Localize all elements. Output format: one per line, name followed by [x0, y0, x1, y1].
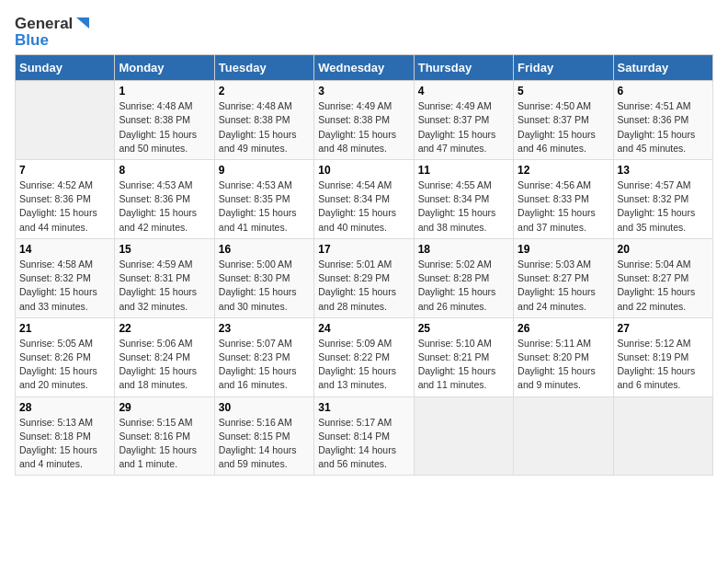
day-info: Sunrise: 4:50 AM Sunset: 8:37 PM Dayligh…	[518, 99, 609, 155]
day-number: 16	[219, 243, 310, 256]
logo-blue: Blue	[15, 31, 49, 50]
calendar-cell: 4Sunrise: 4:49 AM Sunset: 8:37 PM Daylig…	[414, 81, 513, 160]
day-number: 22	[119, 322, 210, 335]
day-info: Sunrise: 4:52 AM Sunset: 8:36 PM Dayligh…	[19, 178, 110, 235]
header-tuesday: Tuesday	[214, 55, 313, 81]
day-info: Sunrise: 4:56 AM Sunset: 8:33 PM Dayligh…	[518, 178, 609, 235]
calendar-cell: 26Sunrise: 5:11 AM Sunset: 8:20 PM Dayli…	[514, 317, 613, 396]
header-saturday: Saturday	[613, 55, 712, 81]
day-info: Sunrise: 4:55 AM Sunset: 8:34 PM Dayligh…	[418, 178, 509, 235]
calendar-cell: 25Sunrise: 5:10 AM Sunset: 8:21 PM Dayli…	[414, 317, 513, 396]
day-info: Sunrise: 4:53 AM Sunset: 8:36 PM Dayligh…	[119, 178, 210, 235]
calendar-cell: 20Sunrise: 5:04 AM Sunset: 8:27 PM Dayli…	[613, 238, 712, 317]
calendar-table: SundayMondayTuesdayWednesdayThursdayFrid…	[15, 54, 713, 476]
day-number: 8	[119, 164, 210, 177]
header-monday: Monday	[115, 55, 214, 81]
calendar-cell	[514, 396, 613, 476]
day-number: 15	[119, 243, 210, 256]
calendar-cell: 21Sunrise: 5:05 AM Sunset: 8:26 PM Dayli…	[16, 317, 115, 396]
day-number: 14	[19, 243, 110, 256]
day-number: 29	[119, 401, 210, 414]
day-info: Sunrise: 4:54 AM Sunset: 8:34 PM Dayligh…	[318, 178, 409, 235]
calendar-cell: 17Sunrise: 5:01 AM Sunset: 8:29 PM Dayli…	[314, 238, 414, 317]
day-number: 24	[318, 322, 409, 335]
calendar-cell: 30Sunrise: 5:16 AM Sunset: 8:15 PM Dayli…	[214, 396, 313, 476]
day-number: 26	[518, 322, 609, 335]
calendar-cell: 14Sunrise: 4:58 AM Sunset: 8:32 PM Dayli…	[16, 238, 115, 317]
page-header: General Blue	[15, 15, 713, 49]
calendar-week-row: 21Sunrise: 5:05 AM Sunset: 8:26 PM Dayli…	[16, 317, 713, 396]
day-info: Sunrise: 5:16 AM Sunset: 8:15 PM Dayligh…	[219, 416, 310, 472]
logo-arrow-icon	[73, 16, 89, 32]
day-info: Sunrise: 5:11 AM Sunset: 8:20 PM Dayligh…	[518, 337, 609, 393]
header-sunday: Sunday	[16, 55, 115, 81]
calendar-cell: 8Sunrise: 4:53 AM Sunset: 8:36 PM Daylig…	[115, 159, 214, 238]
day-info: Sunrise: 5:02 AM Sunset: 8:28 PM Dayligh…	[418, 258, 509, 314]
day-number: 11	[418, 164, 509, 177]
day-info: Sunrise: 4:59 AM Sunset: 8:31 PM Dayligh…	[119, 258, 210, 314]
day-info: Sunrise: 5:01 AM Sunset: 8:29 PM Dayligh…	[318, 258, 409, 314]
day-info: Sunrise: 5:05 AM Sunset: 8:26 PM Dayligh…	[19, 337, 110, 393]
day-number: 27	[618, 322, 709, 335]
day-number: 31	[318, 401, 409, 414]
header-wednesday: Wednesday	[314, 55, 414, 81]
day-info: Sunrise: 5:10 AM Sunset: 8:21 PM Dayligh…	[418, 337, 509, 393]
day-number: 30	[219, 401, 310, 414]
calendar-week-row: 7Sunrise: 4:52 AM Sunset: 8:36 PM Daylig…	[16, 159, 713, 238]
day-info: Sunrise: 4:48 AM Sunset: 8:38 PM Dayligh…	[219, 99, 310, 155]
calendar-cell: 2Sunrise: 4:48 AM Sunset: 8:38 PM Daylig…	[214, 81, 313, 160]
calendar-cell: 6Sunrise: 4:51 AM Sunset: 8:36 PM Daylig…	[613, 81, 712, 160]
day-number: 19	[518, 243, 609, 256]
day-info: Sunrise: 5:15 AM Sunset: 8:16 PM Dayligh…	[119, 416, 210, 472]
calendar-cell: 10Sunrise: 4:54 AM Sunset: 8:34 PM Dayli…	[314, 159, 414, 238]
calendar-cell: 18Sunrise: 5:02 AM Sunset: 8:28 PM Dayli…	[414, 238, 513, 317]
day-info: Sunrise: 4:51 AM Sunset: 8:36 PM Dayligh…	[618, 99, 709, 155]
day-number: 20	[618, 243, 709, 256]
day-number: 25	[418, 322, 509, 335]
calendar-cell: 11Sunrise: 4:55 AM Sunset: 8:34 PM Dayli…	[414, 159, 513, 238]
day-number: 2	[219, 85, 310, 98]
calendar-cell: 22Sunrise: 5:06 AM Sunset: 8:24 PM Dayli…	[115, 317, 214, 396]
day-info: Sunrise: 5:09 AM Sunset: 8:22 PM Dayligh…	[318, 337, 409, 393]
svg-marker-0	[76, 17, 89, 29]
day-number: 6	[618, 85, 709, 98]
calendar-cell: 31Sunrise: 5:17 AM Sunset: 8:14 PM Dayli…	[314, 396, 414, 476]
calendar-week-row: 1Sunrise: 4:48 AM Sunset: 8:38 PM Daylig…	[16, 81, 713, 160]
day-number: 7	[19, 164, 110, 177]
calendar-cell: 16Sunrise: 5:00 AM Sunset: 8:30 PM Dayli…	[214, 238, 313, 317]
day-info: Sunrise: 4:49 AM Sunset: 8:37 PM Dayligh…	[418, 99, 509, 155]
day-info: Sunrise: 4:49 AM Sunset: 8:38 PM Dayligh…	[318, 99, 409, 155]
day-info: Sunrise: 5:12 AM Sunset: 8:19 PM Dayligh…	[618, 337, 709, 393]
day-number: 9	[219, 164, 310, 177]
calendar-cell: 27Sunrise: 5:12 AM Sunset: 8:19 PM Dayli…	[613, 317, 712, 396]
day-info: Sunrise: 5:07 AM Sunset: 8:23 PM Dayligh…	[219, 337, 310, 393]
day-info: Sunrise: 5:03 AM Sunset: 8:27 PM Dayligh…	[518, 258, 609, 314]
day-number: 5	[518, 85, 609, 98]
day-number: 3	[318, 85, 409, 98]
calendar-cell: 1Sunrise: 4:48 AM Sunset: 8:38 PM Daylig…	[115, 81, 214, 160]
logo: General Blue	[15, 15, 89, 49]
day-number: 21	[19, 322, 110, 335]
day-info: Sunrise: 4:53 AM Sunset: 8:35 PM Dayligh…	[219, 178, 310, 235]
header-friday: Friday	[514, 55, 613, 81]
day-number: 23	[219, 322, 310, 335]
day-number: 12	[518, 164, 609, 177]
day-info: Sunrise: 5:13 AM Sunset: 8:18 PM Dayligh…	[19, 416, 110, 472]
calendar-cell: 29Sunrise: 5:15 AM Sunset: 8:16 PM Dayli…	[115, 396, 214, 476]
day-info: Sunrise: 5:00 AM Sunset: 8:30 PM Dayligh…	[219, 258, 310, 314]
calendar-cell: 13Sunrise: 4:57 AM Sunset: 8:32 PM Dayli…	[613, 159, 712, 238]
day-number: 18	[418, 243, 509, 256]
day-info: Sunrise: 4:57 AM Sunset: 8:32 PM Dayligh…	[618, 178, 709, 235]
day-number: 4	[418, 85, 509, 98]
day-info: Sunrise: 4:48 AM Sunset: 8:38 PM Dayligh…	[119, 99, 210, 155]
calendar-cell: 9Sunrise: 4:53 AM Sunset: 8:35 PM Daylig…	[214, 159, 313, 238]
calendar-cell: 28Sunrise: 5:13 AM Sunset: 8:18 PM Dayli…	[16, 396, 115, 476]
day-info: Sunrise: 4:58 AM Sunset: 8:32 PM Dayligh…	[19, 258, 110, 314]
calendar-cell: 23Sunrise: 5:07 AM Sunset: 8:23 PM Dayli…	[214, 317, 313, 396]
day-info: Sunrise: 5:06 AM Sunset: 8:24 PM Dayligh…	[119, 337, 210, 393]
day-info: Sunrise: 5:17 AM Sunset: 8:14 PM Dayligh…	[318, 416, 409, 472]
calendar-week-row: 28Sunrise: 5:13 AM Sunset: 8:18 PM Dayli…	[16, 396, 713, 476]
calendar-week-row: 14Sunrise: 4:58 AM Sunset: 8:32 PM Dayli…	[16, 238, 713, 317]
calendar-cell: 12Sunrise: 4:56 AM Sunset: 8:33 PM Dayli…	[514, 159, 613, 238]
calendar-cell: 24Sunrise: 5:09 AM Sunset: 8:22 PM Dayli…	[314, 317, 414, 396]
